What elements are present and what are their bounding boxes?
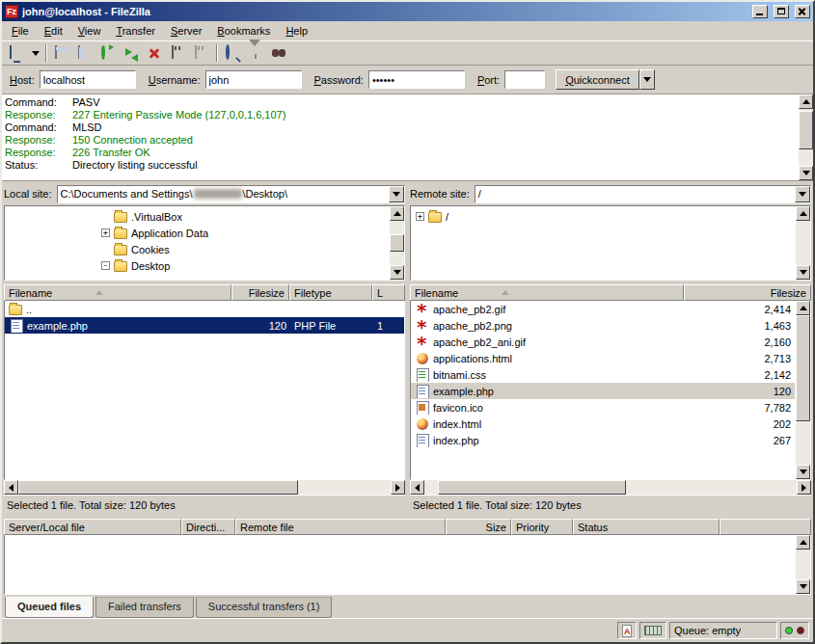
scroll-up-button[interactable] — [799, 94, 813, 109]
local-list-hscrollbar[interactable] — [4, 480, 405, 495]
menu-server[interactable]: Server — [163, 22, 209, 40]
toolbar-separator — [216, 44, 218, 62]
table-row[interactable]: bitnami.css2,142 — [411, 366, 795, 383]
titlebar[interactable]: Fz john@localhost - FileZilla — [2, 2, 813, 21]
queue-scrollbar[interactable] — [796, 535, 810, 594]
username-input[interactable] — [205, 70, 302, 89]
tree-item[interactable]: .VirtualBox — [7, 208, 389, 225]
scroll-right-button[interactable] — [797, 480, 811, 495]
transfer-type-indicator[interactable] — [617, 622, 637, 639]
scroll-up-button[interactable] — [796, 535, 810, 550]
reconnect-button[interactable] — [190, 42, 212, 64]
table-row[interactable]: index.html202 — [411, 416, 795, 432]
tab-failed-transfers[interactable]: Failed transfers — [95, 597, 194, 618]
table-row[interactable]: .. — [5, 301, 404, 317]
table-row[interactable]: index.php267 — [411, 432, 795, 448]
remote-tree-scrollbar[interactable] — [796, 206, 810, 280]
column-header-last-modified[interactable]: L — [372, 284, 405, 301]
table-row[interactable]: favicon.ico7,782 — [411, 399, 795, 416]
remote-site-dropdown-button[interactable] — [795, 186, 810, 202]
scroll-down-button[interactable] — [796, 579, 810, 594]
scroll-thumb[interactable] — [18, 480, 298, 495]
tab-queued-files[interactable]: Queued files — [5, 597, 94, 618]
scroll-down-button[interactable] — [799, 166, 813, 180]
scroll-thumb[interactable] — [799, 111, 813, 149]
queue-body[interactable] — [4, 535, 811, 595]
input-indicator[interactable] — [639, 622, 666, 639]
site-manager-dropdown-button[interactable] — [29, 42, 41, 64]
filter-button[interactable] — [245, 42, 267, 64]
column-header-remote-file[interactable]: Remote file — [235, 519, 446, 535]
column-header-filename[interactable]: Filename — [410, 284, 684, 301]
local-site-combo[interactable]: C:\Documents and Settings\\Desktop\ — [57, 185, 405, 203]
table-row[interactable]: apache_pb2.png1,463 — [411, 317, 795, 334]
cancel-button[interactable] — [144, 42, 166, 64]
scroll-down-button[interactable] — [796, 265, 810, 280]
table-row[interactable]: apache_pb2.gif2,414 — [411, 301, 795, 317]
column-header-filename[interactable]: Filename — [4, 284, 231, 301]
menu-edit[interactable]: Edit — [37, 22, 70, 40]
menu-help[interactable]: Help — [278, 22, 315, 40]
tree-item[interactable]: +/ — [413, 208, 795, 225]
scroll-down-button[interactable] — [796, 465, 810, 479]
minimize-button[interactable] — [752, 5, 768, 18]
site-manager-button[interactable] — [6, 42, 28, 64]
toggle-tree-button[interactable] — [74, 42, 96, 64]
log-scrollbar[interactable] — [799, 94, 813, 180]
port-input[interactable] — [504, 70, 545, 89]
local-site-dropdown-button[interactable] — [389, 186, 404, 202]
scroll-down-button[interactable] — [390, 265, 404, 280]
scroll-up-button[interactable] — [796, 301, 810, 315]
php-file-icon — [415, 385, 430, 398]
scroll-thumb[interactable] — [438, 480, 626, 495]
tree-item[interactable]: Cookies — [7, 241, 389, 257]
menu-transfer[interactable]: Transfer — [108, 22, 163, 40]
column-header-filesize[interactable]: Filesize — [684, 284, 811, 301]
scroll-up-button[interactable] — [796, 206, 810, 221]
column-header-filesize[interactable]: Filesize — [231, 284, 289, 301]
scroll-up-button[interactable] — [390, 206, 404, 221]
column-header-filetype[interactable]: Filetype — [289, 284, 372, 301]
host-input[interactable] — [40, 70, 136, 89]
collapse-icon[interactable]: - — [101, 261, 110, 270]
remote-list-hscrollbar[interactable] — [410, 480, 811, 495]
column-header-size[interactable]: Size — [446, 519, 511, 535]
column-header-direction[interactable]: Directi... — [181, 519, 235, 535]
password-input[interactable] — [368, 70, 465, 89]
tree-item[interactable]: -Desktop — [7, 257, 389, 274]
scroll-left-button[interactable] — [410, 480, 424, 495]
toggle-log-button[interactable] — [51, 42, 73, 64]
maximize-button[interactable] — [774, 5, 789, 18]
find-files-button[interactable] — [268, 42, 290, 64]
quickconnect-dropdown-button[interactable] — [639, 69, 655, 90]
remote-site-combo[interactable]: / — [475, 185, 811, 203]
activity-indicators — [780, 622, 809, 639]
menu-view[interactable]: View — [70, 22, 109, 40]
local-tree-scrollbar[interactable] — [390, 206, 404, 280]
table-row-selected[interactable]: example.php120 — [411, 383, 795, 399]
menu-bookmarks[interactable]: Bookmarks — [209, 22, 278, 40]
remote-list-scrollbar[interactable] — [796, 301, 810, 479]
close-button[interactable] — [795, 5, 810, 18]
expand-icon[interactable]: + — [101, 228, 110, 237]
scroll-left-button[interactable] — [4, 480, 18, 495]
table-row[interactable]: apache_pb2_ani.gif2,160 — [411, 334, 795, 350]
expand-icon[interactable]: + — [416, 212, 424, 221]
scroll-thumb[interactable] — [796, 315, 810, 421]
refresh-button[interactable] — [97, 42, 120, 64]
column-header-server-local-file[interactable]: Server/Local file — [4, 519, 181, 535]
column-header-status[interactable]: Status — [573, 519, 720, 535]
directory-comparison-button[interactable] — [222, 42, 244, 64]
scroll-right-button[interactable] — [391, 480, 405, 495]
process-queue-button[interactable] — [121, 42, 143, 64]
table-row-selected[interactable]: example.php 120 PHP File 1 — [5, 317, 404, 334]
chevron-down-icon — [393, 192, 400, 197]
scroll-thumb[interactable] — [390, 234, 404, 252]
menu-file[interactable]: File — [4, 22, 37, 40]
quickconnect-button[interactable]: Quickconnect — [556, 69, 639, 90]
table-row[interactable]: applications.html2,713 — [411, 350, 795, 366]
column-header-priority[interactable]: Priority — [511, 519, 573, 535]
disconnect-button[interactable] — [167, 42, 189, 64]
tab-successful-transfers[interactable]: Successful transfers (1) — [196, 597, 333, 618]
tree-item[interactable]: +Application Data — [7, 225, 389, 241]
